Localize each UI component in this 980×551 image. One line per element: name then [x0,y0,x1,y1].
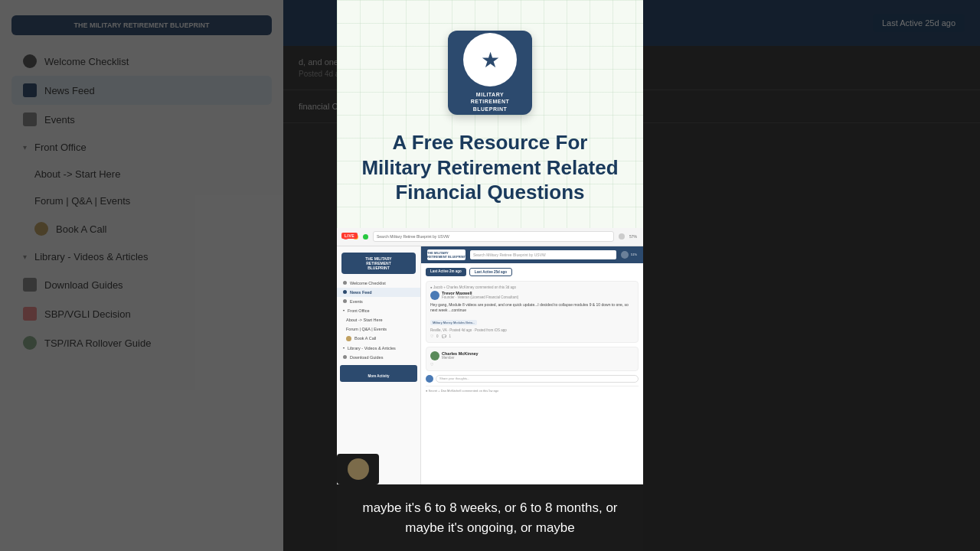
mini-nav-dot-2 [343,290,347,294]
star-icon: ★ [481,47,500,73]
mini-post-1-actions: ♡ 0 💬 1 [430,334,634,338]
logo-line-2: RETIREMENT [471,98,510,105]
mini-post-1-header: Trevor Maxwell Founder · Veteran (Licens… [430,291,634,300]
mini-btn-last-active[interactable]: Last Active 25d ago [469,268,512,276]
mini-browser: LIVE Search Military Retiree Blueprint b… [337,228,643,485]
mini-nav-events: Events [337,297,420,306]
mini-nav-guides: Download Guides [337,353,420,362]
mini-nav-newsfeed: News Feed [337,288,420,297]
bg-logo: THE MILITARY RETIREMENT BLUEPRINT [11,15,272,35]
mini-sidebar-logo: THE MILITARYRETIREMENTBLUEPRINT [341,253,416,274]
mini-nav-frontoffice: ▾ Front Office [337,306,420,315]
mini-post-2: Charles McKinney Member ♡ [426,347,639,371]
bg-nav-item-1: Welcome Checklist [11,47,272,76]
mini-post-1-role: Founder · Veteran (Licensed Financial Co… [442,295,518,299]
mini-content: THE MILITARYRETIREMENT BLUEPRINT Search … [421,246,643,485]
mini-post-2-actions: ♡ [430,363,634,367]
bg-nav-item-6: Forum | Q&A | Events [11,187,272,214]
bg-nav-icon-7 [34,222,48,236]
mini-btn-row: Last Active 2m ago Last Active 25d ago [426,268,639,276]
bg-nav-item-10: SBP/VGLI Decision [11,299,272,328]
mini-post-1-tag: Military Money Modules Betw... [430,320,477,325]
mini-nav-dot-3 [343,299,347,303]
mini-header-icons: 51% [621,251,637,259]
bg-nav-icon-10 [23,307,37,321]
modal-preview: LIVE Search Military Retiree Blueprint b… [337,228,643,485]
comment-icon-1: 💬 [442,334,446,338]
mini-post-2-role: Member [442,356,479,360]
bg-nav-item-9: Download Guides [11,270,272,299]
mini-nav-forum: Forum | Q&A | Events [337,324,420,334]
modal-card: ★ MILITARY RETIREMENT BLUEPRINT A Free R… [337,0,643,551]
mini-browser-bar: Search Military Retiree Blueprint by USV… [337,228,643,246]
heart-icon: ♡ [430,363,433,367]
bg-nav-item-11: TSP/IRA Rollover Guide [11,328,272,357]
mini-header-icon-1 [621,251,629,259]
mini-nav-dot-1 [343,281,347,285]
mini-nav-library: ▾ Library - Videos & Articles [337,344,420,353]
caption-text: maybe it's 6 to 8 weeks, or 6 to 8 month… [352,498,628,537]
bg-nav-item-5: About -> Start Here [11,161,272,187]
logo-line-1: MILITARY [471,91,510,98]
mini-post-1-location: Reville, VA · Posted 4d ago · Posted fro… [430,328,634,332]
mini-activity-banner: More Activity [340,365,417,382]
bg-nav-item-2: News Feed [11,76,272,105]
mini-profile-icon [619,233,625,240]
mini-post-1-text: Hey gang, Module 8 videos are posted, an… [430,302,634,313]
mini-activity-note: ● Secret + Dan McKitchell commented on t… [426,386,639,393]
live-badge: LIVE [341,233,358,239]
mini-nav-about: About -> Start Here [337,315,420,324]
bg-nav-icon-2 [23,83,37,97]
mini-search-bar: Search Military Retiree Blueprint by USV… [470,250,616,259]
mini-nav-welcome: Welcome Checklist [337,279,420,288]
modal-hero: ★ MILITARY RETIREMENT BLUEPRINT A Free R… [337,0,643,228]
mini-nav-bookcall: Book A Call [337,334,420,344]
mini-header: THE MILITARYRETIREMENT BLUEPRINT Search … [421,246,643,263]
modal-logo-inner: ★ [463,33,517,86]
mini-video-face [348,458,369,480]
mini-comment-box[interactable]: Share your thoughts... [436,375,639,383]
mini-url-bar: Search Military Retiree Blueprint by USV… [373,231,614,242]
modal-logo-box: ★ MILITARY RETIREMENT BLUEPRINT [448,31,532,115]
mini-sidebar-logo-text: THE MILITARYRETIREMENTBLUEPRINT [365,256,391,270]
bg-nav-icon-3 [23,112,37,126]
hero-title-block: A Free Resource For Military Retirement … [360,130,620,205]
bg-nav-icon-9 [23,278,37,292]
mini-header-logo: THE MILITARYRETIREMENT BLUEPRINT [427,249,466,260]
mini-avatar-small [346,336,351,341]
bg-nav-item-8: ▾ Library - Videos & Articles [11,243,272,270]
mini-video-thumbnail [337,454,379,484]
mini-avatar-charles [430,351,439,360]
mini-commenter-avatar [426,375,433,383]
mini-page: THE MILITARYRETIREMENTBLUEPRINT Welcome … [337,246,643,485]
hero-title: A Free Resource For Military Retirement … [360,130,620,205]
mini-sidebar: THE MILITARYRETIREMENTBLUEPRINT Welcome … [337,246,421,485]
bg-nav-icon-1 [23,54,37,68]
bg-logo-text: THE MILITARY RETIREMENT BLUEPRINT [21,21,263,29]
bg-nav-item-7: Book A Call [11,214,272,243]
logo-line-3: BLUEPRINT [471,106,510,112]
mini-nav-dot-guides [343,355,347,359]
mini-post-2-header: Charles McKinney Member [430,351,634,360]
background-sidebar: THE MILITARY RETIREMENT BLUEPRINT Welcom… [0,0,283,551]
bg-nav-icon-11 [20,333,39,352]
bg-nav-item-3: Events [11,105,272,134]
mini-comment-input: Share your thoughts... [426,375,639,383]
mini-content-area: Last Active 2m ago Last Active 25d ago ●… [421,263,643,485]
mini-post-1: ● Jacob + Charles McKinney commented on … [426,281,639,343]
modal-caption: maybe it's 6 to 8 weeks, or 6 to 8 month… [337,484,643,551]
mini-avatar-trevor [430,291,439,300]
bg-nav-item-4: ▾ Front Office [11,134,272,161]
like-icon-1: ♡ [430,334,433,338]
last-active-badge: Last Active 25d ago [873,14,965,32]
mini-btn-active[interactable]: Last Active 2m ago [426,268,466,276]
maximize-dot [363,234,368,240]
modal-logo-text-block: MILITARY RETIREMENT BLUEPRINT [471,91,510,112]
